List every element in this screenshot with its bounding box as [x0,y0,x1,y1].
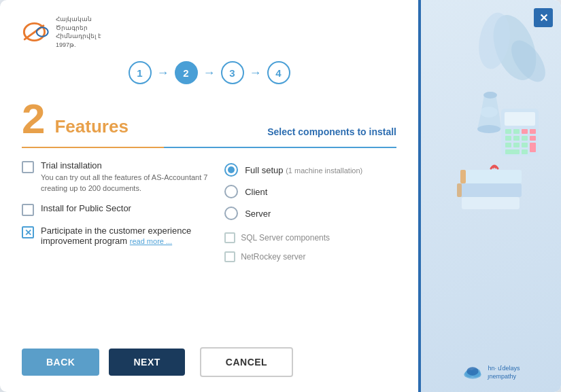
customer-experience-text: Participate in the customer experience i… [41,226,211,246]
select-components-label: Select components to install [267,126,396,140]
full-setup-item: Full setup (1 machine installation) [224,163,396,177]
logo: Հայկական Ծրագրեր Հիմնադրվել է 1997թ. [22,15,117,49]
title-divider [22,147,396,148]
trial-checkbox[interactable] [22,161,34,173]
decoration-illustration [433,7,549,258]
svg-rect-28 [460,170,466,183]
wizard: 1 → 2 → 3 → 4 [22,61,396,84]
svg-rect-21 [522,143,528,147]
trial-desc: You can try out all the features of AS-A… [41,173,211,194]
header: Հայկական Ծրագրեր Հիմնադրվել է 1997թ. [22,15,396,49]
setup-dialog: Հայկական Ծրագրեր Հիմնադրվել է 1997թ. 1 →… [0,0,561,392]
public-sector-label: Install for Public Sector [41,203,131,213]
svg-rect-23 [505,149,520,154]
right-column: Full setup (1 machine installation) Clie… [224,160,396,335]
public-sector-item: Install for Public Sector [22,203,211,216]
content-columns: Trial installation You can try out all t… [22,160,396,335]
cancel-button[interactable]: CANCEL [200,347,293,377]
server-radio[interactable] [224,207,238,220]
cloud-logo-icon [462,365,483,380]
sql-server-checkbox[interactable] [224,232,235,243]
read-more-link[interactable]: read more ... [130,237,172,245]
logo-text: Հայկական Ծրագրեր Հիմնադրվել է 1997թ. [56,15,117,49]
svg-rect-19 [505,143,511,147]
svg-rect-24 [522,149,528,154]
full-setup-radio[interactable] [224,163,238,177]
step-title: Features [54,116,128,140]
svg-rect-14 [530,129,536,134]
left-column: Trial installation You can try out all t… [22,160,211,335]
netrockey-label: NetRockey server [241,252,305,262]
sql-server-item: SQL Server components [224,232,396,243]
trial-text: Trial installation You can try out all t… [41,160,211,194]
arrow-1: → [157,67,169,79]
customer-experience-item: Participate in the customer experience i… [22,226,211,246]
svg-rect-15 [505,136,511,141]
svg-rect-29 [457,183,462,197]
full-setup-sub: (1 machine installation) [286,166,362,175]
trial-label: Trial installation [41,160,211,171]
sql-server-label: SQL Server components [241,233,330,243]
deco-footer: hn· մdelays յnempathy [462,364,520,381]
client-radio[interactable] [224,185,238,198]
svg-rect-17 [522,136,528,141]
close-button[interactable]: ✕ [534,8,553,27]
step-4[interactable]: 4 [267,61,290,84]
back-button[interactable]: BACK [22,349,99,376]
public-sector-checkbox[interactable] [22,204,34,216]
svg-point-8 [480,107,498,118]
svg-rect-25 [460,170,522,183]
svg-rect-20 [513,143,520,147]
svg-point-6 [483,92,497,99]
server-item: Server [224,207,396,220]
full-setup-label: Full setup (1 machine installation) [245,165,362,175]
step-1[interactable]: 1 [129,61,152,84]
decorative-panel: ✕ [418,0,561,392]
customer-experience-checkbox[interactable] [22,226,34,238]
title-row: 2 Features Select components to install [22,98,396,140]
step-2[interactable]: 2 [175,61,198,84]
svg-rect-13 [522,129,528,134]
customer-experience-label: Participate in the customer experience i… [41,226,211,246]
svg-point-33 [467,368,479,376]
svg-rect-18 [530,136,536,141]
trial-installation-item: Trial installation You can try out all t… [22,160,211,194]
next-button[interactable]: NEXT [109,349,184,376]
step-3[interactable]: 3 [221,61,244,84]
logo-icon [22,21,50,43]
footer-buttons: BACK NEXT CANCEL [22,347,396,377]
server-label: Server [245,209,271,219]
cloud-brand-text: hn· մdelays յnempathy [488,364,520,381]
svg-point-7 [477,125,500,133]
svg-rect-22 [530,143,536,152]
main-panel: Հայկական Ծրագրեր Հիմնադրվել է 1997թ. 1 →… [0,0,418,392]
netrockey-checkbox[interactable] [224,251,235,262]
client-label: Client [245,187,267,197]
svg-rect-12 [513,129,520,134]
arrow-3: → [250,67,262,79]
step-number: 2 [22,98,45,140]
svg-rect-10 [505,112,535,126]
netrockey-item: NetRockey server [224,251,396,262]
svg-rect-16 [513,136,520,141]
svg-rect-27 [462,197,520,209]
svg-rect-26 [457,183,522,197]
arrow-2: → [203,67,216,79]
svg-point-2 [37,27,48,36]
svg-rect-11 [505,129,511,134]
client-item: Client [224,185,396,198]
